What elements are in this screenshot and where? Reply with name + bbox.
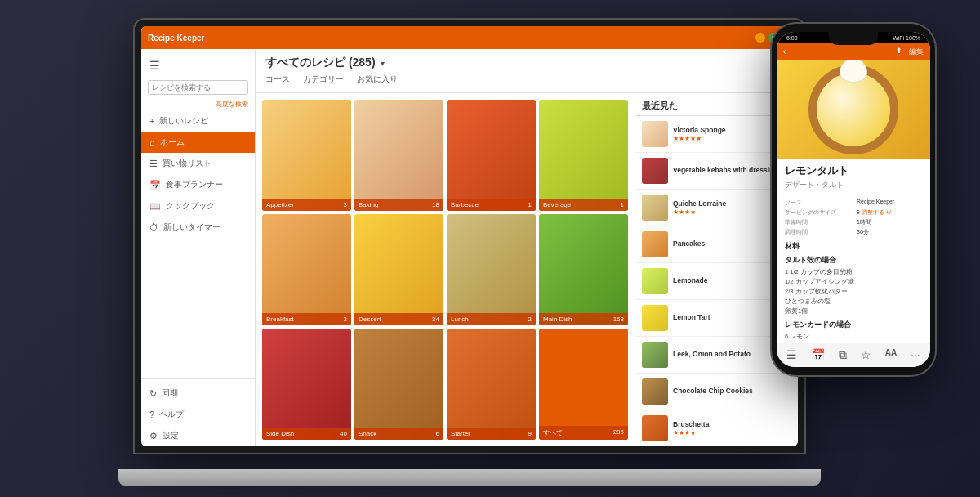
phone-recipe-subtitle: デザート・タルト xyxy=(777,180,930,195)
recent-thumb-bruschetta xyxy=(642,415,668,441)
phone-font-icon[interactable]: AA xyxy=(885,348,897,362)
recent-thumb-kebabs xyxy=(642,158,668,184)
laptop-device: Recipe Keeper − □ ✕ ☰ 🔍 xyxy=(135,20,845,486)
ingredients-section1: タルト殻の場合 xyxy=(785,255,922,266)
app-titlebar: Recipe Keeper − □ ✕ xyxy=(141,26,798,49)
help-icon: ? xyxy=(149,410,154,419)
sidebar-item-cookbook[interactable]: 📖 クックブック xyxy=(141,195,255,217)
sidebar-item-timer[interactable]: ⏱ 新しいタイマー xyxy=(141,217,255,238)
tile-baking[interactable]: Baking 18 xyxy=(354,100,443,211)
tile-baking-label: Baking 18 xyxy=(354,199,443,211)
tart-cream xyxy=(840,60,867,83)
adjust-servings-link[interactable]: 調整する +/- xyxy=(862,209,893,215)
recent-item-chocolate-cookies[interactable]: Chocolate Chip Cookies xyxy=(635,374,798,410)
sidebar-item-shopping[interactable]: ☰ 買い物リスト xyxy=(141,153,255,174)
phone-list-icon[interactable]: ☰ xyxy=(786,348,797,362)
sync-label: 同期 xyxy=(162,387,178,399)
phone-edit-button[interactable]: 編集 xyxy=(909,47,924,57)
recent-thumb-lemonade xyxy=(642,268,668,294)
home-label: ホーム xyxy=(160,137,185,148)
content-area: Appetizer 3 Baking 18 xyxy=(256,93,798,446)
tile-snack[interactable]: Snack 6 xyxy=(354,329,443,440)
sidebar-item-meal-planner[interactable]: 📅 食事プランナー xyxy=(141,174,255,195)
prep-label: 準備時間 xyxy=(785,218,850,226)
tile-side-dish[interactable]: Side Dish 40 xyxy=(262,329,351,440)
tile-dessert[interactable]: Dessert 34 xyxy=(354,214,443,325)
recent-item-bruschetta[interactable]: Bruschetta ★★★★ xyxy=(635,410,798,446)
phone-star-icon[interactable]: ☆ xyxy=(861,348,871,362)
search-box[interactable]: 🔍 xyxy=(148,80,248,95)
recent-name-bruschetta: Bruschetta xyxy=(673,420,791,429)
lemon-tart-visual xyxy=(777,60,930,159)
tile-dessert-label: Dessert 34 xyxy=(354,313,443,325)
tile-barbecue[interactable]: Barbecue 1 xyxy=(447,100,536,211)
search-button[interactable]: 🔍 xyxy=(247,81,248,94)
hamburger-menu-icon[interactable]: ☰ xyxy=(141,54,255,77)
recent-info-bruschetta: Bruschetta ★★★★ xyxy=(673,420,791,437)
phone-more-icon[interactable]: ··· xyxy=(911,348,920,362)
tile-appetizer[interactable]: Appetizer 3 xyxy=(262,100,351,211)
phone-screen: 6:00 WiFi 100% ‹ ⬆ 編集 xyxy=(777,32,930,367)
tile-main-dish[interactable]: Main Dish 168 xyxy=(539,214,628,325)
phone-bottom-bar: ☰ 📅 ⧉ ☆ AA ··· xyxy=(777,343,930,367)
sidebar-item-settings[interactable]: ⚙ 設定 xyxy=(141,425,255,446)
timer-label: 新しいタイマー xyxy=(163,222,220,233)
meal-planner-label: 食事プランナー xyxy=(166,179,223,190)
phone-nav-bar: ‹ ⬆ 編集 xyxy=(777,43,930,60)
cook-label: 調理時間 xyxy=(785,228,850,236)
sidebar-item-help[interactable]: ? ヘルプ xyxy=(141,404,255,425)
phone-time: 6:00 xyxy=(786,35,798,41)
book-icon: 📖 xyxy=(149,201,161,212)
ingredients-title: 材料 xyxy=(785,241,922,252)
tile-barbecue-label: Barbecue 1 xyxy=(447,199,536,211)
tile-all[interactable]: すべて 285 xyxy=(539,329,628,440)
recent-name-cookies: Chocolate Chip Cookies xyxy=(673,387,791,396)
phone-copy-icon[interactable]: ⧉ xyxy=(839,348,847,362)
timer-icon: ⏱ xyxy=(149,222,158,232)
phone-recipe-image xyxy=(777,60,930,159)
phone-connectivity: WiFi 100% xyxy=(893,35,920,41)
phone-outer: 6:00 WiFi 100% ‹ ⬆ 編集 xyxy=(772,24,935,375)
phone-back-button[interactable]: ‹ xyxy=(783,46,786,57)
new-recipe-label: 新しいレシピ xyxy=(159,115,208,127)
tile-main-dish-label: Main Dish 168 xyxy=(539,313,628,325)
tab-favorites[interactable]: お気に入り xyxy=(357,74,398,89)
app-title: Recipe Keeper xyxy=(148,34,755,43)
sidebar-item-home[interactable]: ⌂ ホーム xyxy=(141,132,255,153)
phone-share-button[interactable]: ⬆ xyxy=(896,47,902,57)
title-arrow-icon[interactable]: ▾ xyxy=(381,59,385,68)
phone-calendar-icon[interactable]: 📅 xyxy=(811,348,825,362)
laptop-screen: Recipe Keeper − □ ✕ ☰ 🔍 xyxy=(141,26,798,446)
main-header: すべてのレシピ (285) ▾ コース カテゴリー お気に入り xyxy=(256,49,798,93)
main-content: すべてのレシピ (285) ▾ コース カテゴリー お気に入り xyxy=(256,49,798,446)
tile-breakfast-label: Breakfast 3 xyxy=(262,313,351,325)
recent-info-cookies: Chocolate Chip Cookies xyxy=(673,387,791,396)
phone-wifi: WiFi xyxy=(893,35,904,41)
sidebar-item-sync[interactable]: ↻ 同期 xyxy=(141,383,255,404)
tile-lunch-label: Lunch 2 xyxy=(447,313,536,325)
recent-thumb-victoria xyxy=(642,121,668,147)
main-tabs: コース カテゴリー お気に入り xyxy=(265,74,788,89)
plus-icon: + xyxy=(149,116,154,126)
ingredient-2: 1/2 カップアイシング糖 xyxy=(785,277,922,287)
tab-course[interactable]: コース xyxy=(265,74,290,89)
ingredient-4: ひとつまみの塩 xyxy=(785,297,922,307)
shopping-icon: ☰ xyxy=(149,159,158,169)
page-title: すべてのレシピ (285) xyxy=(265,56,376,70)
tile-breakfast[interactable]: Breakfast 3 xyxy=(262,214,351,325)
new-recipe-button[interactable]: + 新しいレシピ xyxy=(141,110,255,132)
tile-lunch[interactable]: Lunch 2 xyxy=(447,214,536,325)
tile-beverage[interactable]: Beverage 1 xyxy=(539,100,628,211)
advanced-search-link[interactable]: 高度な検索 xyxy=(141,98,255,110)
recent-thumb-pancakes xyxy=(642,231,668,257)
tile-starter[interactable]: Starter 9 xyxy=(447,329,536,440)
source-value: Recipe Keeper xyxy=(857,199,922,207)
recent-thumb-cookies xyxy=(642,378,668,405)
recent-thumb-quiche xyxy=(642,195,668,221)
phone-notch xyxy=(829,32,878,45)
minimize-button[interactable]: − xyxy=(755,33,765,43)
recent-thumb-lemon-tart xyxy=(642,305,668,331)
search-input[interactable] xyxy=(149,81,247,94)
tab-category[interactable]: カテゴリー xyxy=(303,74,344,89)
home-icon: ⌂ xyxy=(149,137,155,147)
